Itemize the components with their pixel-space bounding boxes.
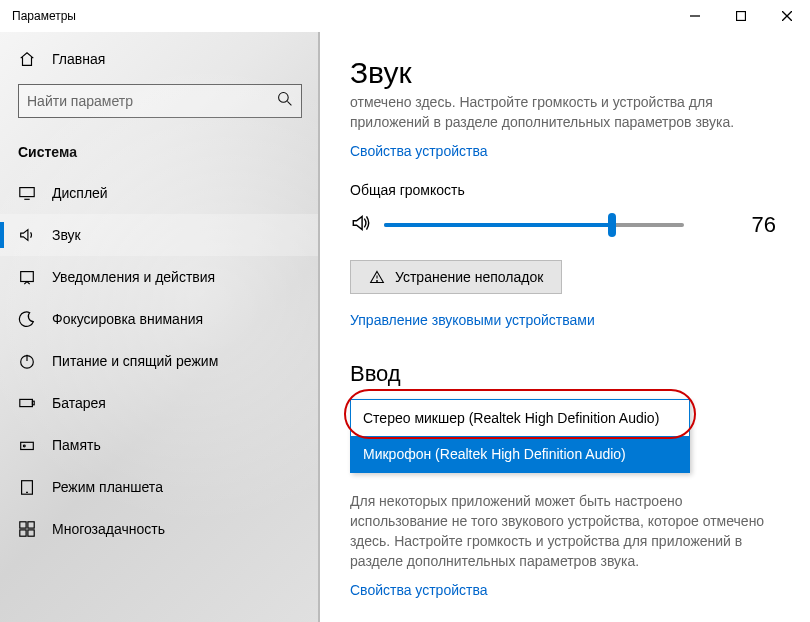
svg-rect-13 (21, 442, 34, 449)
sidebar-item-label: Батарея (52, 395, 106, 411)
volume-label: Общая громкость (350, 182, 780, 198)
manage-devices-link[interactable]: Управление звуковыми устройствами (350, 312, 595, 328)
svg-rect-6 (20, 188, 34, 197)
sidebar-item-power[interactable]: Питание и спящий режим (0, 340, 320, 382)
svg-point-4 (279, 93, 289, 103)
multitask-icon (18, 520, 36, 538)
sidebar-item-battery[interactable]: Батарея (0, 382, 320, 424)
sidebar-item-label: Режим планшета (52, 479, 163, 495)
battery-icon (18, 394, 36, 412)
sidebar-section-title: Система (0, 128, 320, 172)
svg-rect-20 (28, 530, 34, 536)
volume-value: 76 (752, 212, 780, 238)
power-icon (18, 352, 36, 370)
notification-icon (18, 268, 36, 286)
sidebar-item-tablet[interactable]: Режим планшета (0, 466, 320, 508)
sidebar-item-label: Уведомления и действия (52, 269, 215, 285)
warning-icon (369, 269, 385, 285)
svg-rect-18 (28, 522, 34, 528)
sidebar-item-label: Звук (52, 227, 81, 243)
sidebar-item-label: Фокусировка внимания (52, 311, 203, 327)
storage-icon (18, 436, 36, 454)
search-input-wrap[interactable] (18, 84, 302, 118)
sidebar-home-label: Главная (52, 51, 105, 67)
sidebar-item-label: Дисплей (52, 185, 108, 201)
volume-icon (350, 212, 372, 238)
sidebar-item-notifications[interactable]: Уведомления и действия (0, 256, 320, 298)
minimize-button[interactable] (672, 0, 718, 32)
troubleshoot-label: Устранение неполадок (395, 269, 543, 285)
sidebar-item-multitask[interactable]: Многозадачность (0, 508, 320, 550)
dropdown-option-microphone[interactable]: Микрофон (Realtek High Definition Audio) (351, 436, 689, 472)
svg-rect-11 (20, 399, 33, 406)
input-device-dropdown[interactable]: Стерео микшер (Realtek High Definition A… (350, 399, 690, 473)
svg-rect-12 (32, 401, 34, 405)
svg-point-14 (23, 445, 25, 447)
dropdown-option-stereo-mixer[interactable]: Стерео микшер (Realtek High Definition A… (351, 400, 689, 436)
sidebar-item-focus[interactable]: Фокусировка внимания (0, 298, 320, 340)
volume-slider[interactable] (384, 223, 684, 227)
maximize-button[interactable] (718, 0, 764, 32)
monitor-icon (18, 184, 36, 202)
tablet-icon (18, 478, 36, 496)
volume-slider-row: 76 (350, 212, 780, 238)
sidebar-item-label: Память (52, 437, 101, 453)
sidebar-item-label: Многозадачность (52, 521, 165, 537)
svg-rect-19 (20, 530, 26, 536)
page-title: Звук (350, 56, 780, 90)
sidebar: Главная Система Дисплей Звук (0, 32, 320, 622)
svg-point-22 (377, 280, 378, 281)
moon-icon (18, 310, 36, 328)
titlebar: Параметры (0, 0, 810, 32)
input-description: Для некоторых приложений может быть наст… (350, 491, 780, 572)
sidebar-item-sound[interactable]: Звук (0, 214, 320, 256)
device-properties-link-top[interactable]: Свойства устройства (350, 143, 488, 159)
speaker-icon (18, 226, 36, 244)
home-icon (18, 50, 36, 68)
sidebar-item-display[interactable]: Дисплей (0, 172, 320, 214)
search-input[interactable] (27, 93, 277, 109)
main-content: Звук отмечено здесь. Настройте громкость… (320, 32, 810, 622)
device-properties-link-bottom[interactable]: Свойства устройства (350, 582, 488, 598)
svg-rect-17 (20, 522, 26, 528)
sidebar-home[interactable]: Главная (0, 40, 320, 78)
window-controls (672, 0, 810, 32)
svg-line-5 (287, 101, 291, 105)
sidebar-item-storage[interactable]: Память (0, 424, 320, 466)
svg-rect-8 (21, 272, 34, 282)
truncated-description-top: отмечено здесь. Настройте громкость и ус… (350, 92, 780, 133)
search-icon (277, 91, 293, 111)
troubleshoot-button[interactable]: Устранение неполадок (350, 260, 562, 294)
window-title: Параметры (12, 9, 76, 23)
input-section-header: Ввод (350, 361, 780, 387)
close-button[interactable] (764, 0, 810, 32)
sidebar-item-label: Питание и спящий режим (52, 353, 218, 369)
svg-rect-1 (737, 12, 746, 21)
